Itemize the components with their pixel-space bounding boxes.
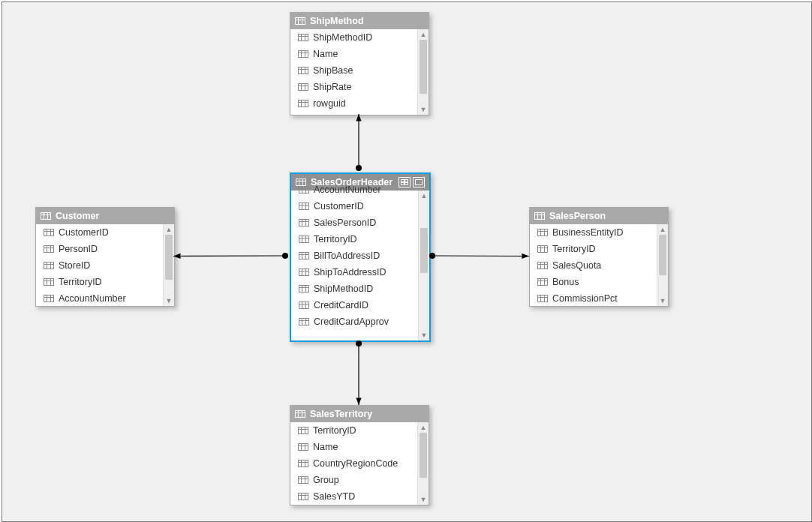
scroll-up-icon[interactable]: ▲: [418, 422, 429, 433]
column-label: CreditCardApprov: [314, 316, 389, 327]
column-icon: [299, 250, 309, 262]
column-row[interactable]: CommissionPct: [530, 290, 657, 306]
scroll-up-icon[interactable]: ▲: [419, 190, 429, 201]
column-label: CreditCardID: [314, 300, 368, 310]
scrollbar[interactable]: ▲ ▼: [417, 422, 429, 505]
svg-rect-32: [44, 245, 54, 252]
column-icon: [298, 475, 308, 486]
scroll-thumb[interactable]: [659, 235, 666, 275]
svg-rect-89: [299, 318, 309, 325]
column-row[interactable]: Group: [290, 472, 417, 488]
svg-rect-4: [299, 34, 308, 40]
svg-rect-73: [299, 252, 309, 259]
scrollbar[interactable]: ▲ ▼: [163, 224, 174, 306]
column-row[interactable]: AccountNumber: [36, 290, 163, 306]
svg-rect-36: [44, 262, 54, 268]
table-salesOrderHeader[interactable]: SalesOrderHeader AccountNumber CustomerI…: [290, 172, 431, 342]
column-list: ShipMethodID Name ShipBase ShipRate rowg…: [290, 29, 417, 115]
column-icon: [299, 300, 309, 311]
column-label: TerritoryID: [314, 234, 357, 244]
column-row[interactable]: CreditCardID: [291, 297, 418, 314]
column-row[interactable]: BusinessEntityID: [530, 224, 657, 241]
column-row[interactable]: ShipToAddressID: [291, 264, 418, 280]
table-titlebar[interactable]: SalesTerritory: [290, 406, 429, 422]
column-row[interactable]: TerritoryID: [291, 231, 418, 248]
column-label: ShipRate: [313, 82, 351, 92]
column-icon: [298, 425, 308, 436]
column-icon: [44, 277, 54, 288]
table-salesPerson[interactable]: SalesPerson BusinessEntityID TerritoryID…: [529, 207, 669, 307]
column-row[interactable]: SalesPersonID: [291, 214, 418, 231]
scrollbar[interactable]: ▲ ▼: [418, 190, 429, 340]
table-shipMethod[interactable]: ShipMethod ShipMethodID Name ShipBase Sh…: [290, 12, 429, 116]
table-icon: [295, 17, 305, 25]
column-icon: [44, 244, 54, 255]
column-row[interactable]: StoreID: [36, 257, 163, 274]
column-row[interactable]: TerritoryID: [290, 422, 417, 439]
table-icon: [41, 212, 51, 220]
column-row[interactable]: SalesQuota: [530, 257, 657, 274]
table-titlebar[interactable]: SalesPerson: [530, 208, 668, 224]
column-row[interactable]: CustomerID: [36, 224, 163, 241]
column-row[interactable]: ShipRate: [290, 79, 417, 95]
column-label: AccountNumber: [314, 184, 381, 195]
column-row[interactable]: ShipMethodID: [290, 29, 417, 46]
svg-rect-133: [299, 476, 308, 483]
svg-rect-113: [538, 295, 548, 302]
svg-rect-16: [299, 83, 308, 90]
table-customer[interactable]: Customer CustomerID PersonID StoreID Ter…: [35, 207, 175, 307]
column-row[interactable]: CountryRegionCode: [290, 455, 417, 472]
svg-rect-137: [299, 493, 308, 500]
diagram-canvas[interactable]: ShipMethod ShipMethodID Name ShipBase Sh…: [2, 2, 812, 522]
scroll-down-icon[interactable]: ▼: [657, 296, 668, 306]
scroll-up-icon[interactable]: ▲: [418, 29, 429, 40]
column-row[interactable]: BillToAddressID: [291, 248, 418, 264]
table-icon: [295, 410, 305, 418]
svg-rect-77: [299, 268, 309, 275]
svg-rect-28: [44, 229, 54, 236]
svg-point-145: [282, 253, 288, 259]
column-row[interactable]: Bonus: [530, 274, 657, 290]
scroll-up-icon[interactable]: ▲: [657, 224, 668, 235]
scroll-thumb[interactable]: [420, 228, 428, 273]
column-row[interactable]: rowguid: [290, 95, 417, 112]
scroll-up-icon[interactable]: ▲: [164, 224, 174, 235]
column-label: CustomerID: [59, 227, 109, 238]
column-row[interactable]: TerritoryID: [36, 274, 163, 290]
column-icon: [537, 277, 548, 288]
scroll-thumb[interactable]: [420, 433, 427, 478]
column-label: Group: [313, 475, 339, 485]
scroll-down-icon[interactable]: ▼: [419, 330, 429, 340]
scrollbar[interactable]: ▲ ▼: [657, 224, 668, 306]
column-icon: [299, 316, 309, 328]
column-icon: [298, 458, 308, 470]
column-row[interactable]: PersonID: [36, 241, 163, 257]
column-icon: [298, 82, 308, 93]
column-row[interactable]: CustomerID: [291, 198, 418, 214]
column-icon: [298, 491, 308, 502]
column-row[interactable]: Name: [290, 439, 417, 455]
column-row[interactable]: CreditCardApprov: [291, 314, 418, 330]
scroll-down-icon[interactable]: ▼: [164, 296, 174, 306]
table-titlebar[interactable]: ShipMethod: [290, 13, 429, 29]
column-icon: [537, 244, 548, 255]
svg-rect-117: [296, 411, 305, 418]
scroll-thumb[interactable]: [420, 40, 427, 94]
column-label: Bonus: [552, 277, 579, 287]
scroll-down-icon[interactable]: ▼: [418, 104, 429, 115]
column-row[interactable]: TerritoryID: [530, 241, 657, 257]
column-row[interactable]: ShipMethodID: [291, 280, 418, 297]
scroll-down-icon[interactable]: ▼: [418, 494, 429, 505]
column-row[interactable]: Name: [290, 46, 417, 62]
scrollbar[interactable]: ▲ ▼: [417, 29, 429, 115]
column-row[interactable]: SalesYTD: [290, 488, 417, 505]
column-row[interactable]: ShipBase: [290, 62, 417, 79]
svg-rect-101: [538, 245, 548, 252]
column-row[interactable]: AccountNumber: [291, 182, 418, 198]
svg-rect-129: [299, 460, 308, 466]
column-icon: [299, 267, 309, 278]
table-salesTerritory[interactable]: SalesTerritory TerritoryID Name CountryR…: [290, 405, 429, 506]
column-icon: [299, 218, 309, 229]
table-titlebar[interactable]: Customer: [36, 208, 174, 224]
scroll-thumb[interactable]: [165, 235, 173, 280]
